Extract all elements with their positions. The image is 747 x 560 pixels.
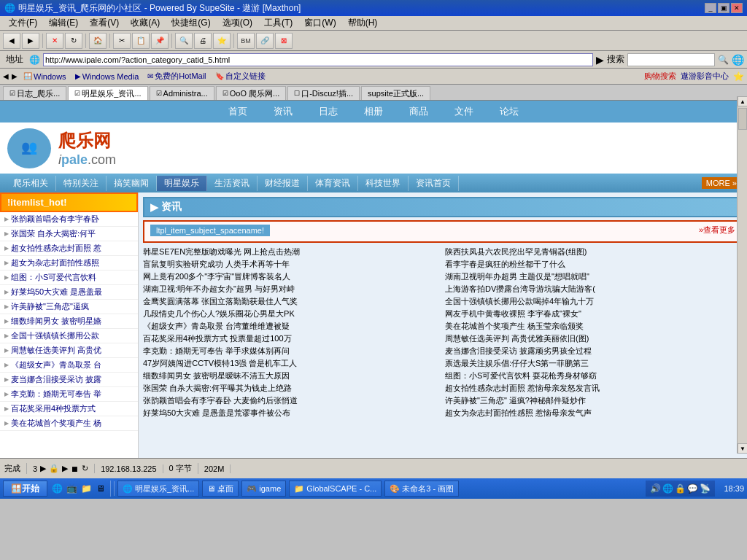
- news-left-7[interactable]: 百花奖采用4种投票方式 投票量超过100万: [143, 332, 441, 345]
- sidebar-item-11[interactable]: ▶ 麦当娜含泪接受采访 披露: [0, 373, 138, 387]
- taskbar-btn-4[interactable]: 🎨 未命名3 - 画图: [384, 481, 459, 497]
- news-right-12[interactable]: 许美静被"三角恋" 逼疯?神秘邮件疑炒作: [445, 394, 743, 407]
- catnav-3[interactable]: 明星娱乐: [157, 176, 207, 191]
- start-button[interactable]: 🪟 开始: [3, 481, 47, 497]
- address-input[interactable]: [43, 53, 593, 66]
- zoom-button[interactable]: 🔍: [175, 33, 193, 49]
- news-right-8[interactable]: 麦当娜含泪接受采访 披露顽劣男孩全过程: [445, 345, 743, 357]
- catnav-2[interactable]: 搞笑幽闻: [107, 176, 157, 191]
- sidebar-item-8[interactable]: ▶ 全国十强镇镇长挪用公款: [0, 329, 138, 343]
- news-left-5[interactable]: 几段情史几个伤心人?娱乐圈花心男星大PK: [143, 308, 441, 320]
- taskbar-btn-2[interactable]: 🎮 igame: [241, 481, 286, 497]
- menu-edit[interactable]: 编辑(E): [43, 16, 84, 30]
- ql-ie[interactable]: 🌐: [50, 482, 63, 495]
- news-right-2[interactable]: 湖南卫视明年办超男 主题仅是"想唱就唱": [445, 271, 743, 283]
- tab-5[interactable]: supsite正式版...: [361, 86, 430, 100]
- topnav-shop[interactable]: 商品: [403, 105, 434, 118]
- news-right-0[interactable]: 陕西扶凤县六农民挖出罕见青铜器(组图): [445, 246, 743, 258]
- news-right-4[interactable]: 全国十强镇镇长挪用公款喝掉4年输九十万: [445, 295, 743, 308]
- shopping-search[interactable]: 购物搜索: [644, 71, 676, 82]
- news-right-3[interactable]: 上海游客拍DV攒露台湾导游坑骗大陆游客(: [445, 283, 743, 295]
- news-right-9[interactable]: 票选最关注娱乐倡:仔仔大S第一菲鹏第三: [445, 357, 743, 370]
- news-right-6[interactable]: 美在花城首个奖项产生 杨玉莹亲临颁奖: [445, 320, 743, 332]
- news-right-11[interactable]: 超女拍性感杂志封面照 惹恼母亲发怒发言讯: [445, 382, 743, 394]
- link-windows[interactable]: 🪟 Windows: [20, 71, 69, 82]
- sidebar-item-12[interactable]: ▶ 李克勤：婚期无可奉告 举: [0, 387, 138, 402]
- topnav-diary[interactable]: 日志: [313, 105, 344, 118]
- media-center[interactable]: 遨游影音中心: [681, 71, 729, 82]
- scroll-thumb[interactable]: [738, 108, 747, 130]
- menu-help[interactable]: 帮助(H): [342, 16, 384, 30]
- copy-button[interactable]: 📋: [132, 33, 150, 49]
- news-left-6[interactable]: 《超级女声》青岛取景 台湾董维维遭被疑: [143, 320, 441, 332]
- catnav-7[interactable]: 科技世界: [358, 176, 409, 191]
- close-tab-btn[interactable]: ⊠: [275, 33, 293, 49]
- tab-2[interactable]: ☑ Administra...: [150, 86, 214, 100]
- news-left-12[interactable]: 张韵颖首唱会有李宇春卧 大麦偷约后张悄道: [143, 394, 441, 407]
- sidebar-item-13[interactable]: ▶ 百花奖采用4种投票方式: [0, 402, 138, 416]
- menu-favorites[interactable]: 收藏(A): [125, 16, 166, 30]
- topnav-news[interactable]: 资讯: [268, 105, 298, 118]
- links-arrow-right[interactable]: ▶: [12, 72, 18, 80]
- news-left-13[interactable]: 好莱坞50大灾难 是愚盖是荒谬事件被公布: [143, 407, 441, 419]
- search-input[interactable]: [627, 53, 715, 66]
- news-left-10[interactable]: 细数绯闻男女 披密明星暧昧不清五大原因: [143, 370, 441, 382]
- sidebar-item-4[interactable]: ▶ 组图：小S可爱代言饮料: [0, 271, 138, 285]
- sidebar-item-9[interactable]: ▶ 周慧敏任选美评判 高贵优: [0, 343, 138, 358]
- link-windows-media[interactable]: ▶ Windows Media: [72, 71, 142, 82]
- news-left-8[interactable]: 李克勤：婚期无可奉告 举手求媒体别再问: [143, 345, 441, 357]
- catnav-0[interactable]: 爬乐相关: [6, 176, 56, 191]
- go-button[interactable]: ▶: [596, 54, 604, 66]
- menu-quickgroups[interactable]: 快捷组(G): [166, 16, 216, 30]
- ql-media[interactable]: 📺: [65, 482, 78, 495]
- sidebar-item-2[interactable]: ▶ 超女拍性感杂志封面照 惹: [0, 241, 138, 256]
- news-left-11[interactable]: 张国荣 自杀大揭密:何平曝其为钱走上绝路: [143, 382, 441, 394]
- news-right-5[interactable]: 网友手机中黄毒收裸照 李宇春成"裸女": [445, 308, 743, 320]
- back-button[interactable]: ◀: [3, 33, 20, 49]
- catnav-1[interactable]: 特别关注: [56, 176, 107, 191]
- news-left-1[interactable]: 盲鼠复明实验研究成功 人类手术再等十年: [143, 258, 441, 271]
- cut-button[interactable]: ✂: [113, 33, 131, 49]
- menu-options[interactable]: 选项(O): [217, 16, 258, 30]
- news-left-3[interactable]: 湖南卫视:明年不办超女办"超男 与好男对峙: [143, 283, 441, 295]
- topnav-album[interactable]: 相册: [358, 105, 389, 118]
- bm-button[interactable]: BM: [237, 33, 255, 49]
- news-left-4[interactable]: 金鹰奖圆满落幕 张国立落勤勤获最佳人气奖: [143, 295, 441, 308]
- sidebar-item-1[interactable]: ▶ 张国荣 自杀大揭密:何平: [0, 227, 138, 241]
- search-icon[interactable]: 🔍: [718, 55, 729, 65]
- menu-view[interactable]: 查看(V): [84, 16, 125, 30]
- news-left-9[interactable]: 47岁阿姨闯进CCTV模特13强 曾是机车工人: [143, 357, 441, 370]
- taskbar-btn-0[interactable]: 🌐 明星娱乐_资讯...: [117, 481, 199, 497]
- tab-1[interactable]: ☑ 明星娱乐_资讯...: [68, 86, 147, 100]
- tab-4[interactable]: ☐ 口-Discuz!插...: [287, 86, 360, 100]
- sidebar-item-7[interactable]: ▶ 细数绯闻男女 披密明星嬿: [0, 314, 138, 329]
- close-button[interactable]: ✕: [731, 3, 743, 13]
- link-hotmail[interactable]: ✉ 免费的HotMail: [144, 70, 209, 82]
- minimize-button[interactable]: _: [705, 3, 716, 13]
- restore-button[interactable]: ▣: [718, 3, 729, 13]
- scroll-up-button[interactable]: ▲: [738, 96, 747, 106]
- catnav-6[interactable]: 体育资讯: [308, 176, 358, 191]
- sidebar-item-10[interactable]: ▶ 《超级女声》青岛取景 台: [0, 358, 138, 373]
- links-arrow-left[interactable]: ◀: [3, 72, 9, 80]
- taskbar-btn-1[interactable]: 🖥 桌面: [202, 481, 239, 497]
- menu-window[interactable]: 窗口(W): [298, 16, 341, 30]
- catnav-5[interactable]: 财经报道: [258, 176, 308, 191]
- sidebar-item-3[interactable]: ▶ 超女为杂志封面拍性感照: [0, 256, 138, 271]
- catnav-more[interactable]: MORE »: [702, 177, 741, 189]
- taskbar-btn-3[interactable]: 📁 GlobalSCAPE - C...: [289, 481, 382, 497]
- paste-button[interactable]: 📌: [151, 33, 169, 49]
- link-button[interactable]: 🔗: [256, 33, 274, 49]
- tab-0[interactable]: ☑ 日志_爬乐...: [3, 86, 66, 100]
- home-button[interactable]: 🏠: [89, 33, 107, 49]
- window-controls[interactable]: _ ▣ ✕: [705, 3, 743, 13]
- menu-file[interactable]: 文件(F): [3, 16, 43, 30]
- scroll-down-button[interactable]: ▼: [738, 443, 747, 454]
- news-right-7[interactable]: 周慧敏任选美评判 高贵优雅美丽依旧(图): [445, 332, 743, 345]
- news-right-1[interactable]: 看李宇春是疯狂的粉丝都干了什么: [445, 258, 743, 271]
- ql-desktop[interactable]: 🖥: [94, 482, 107, 495]
- news-right-13[interactable]: 超女为杂志封面拍性感照 惹恼母亲发气声: [445, 407, 743, 419]
- tab-3[interactable]: ☑ OoO 爬乐网...: [216, 86, 286, 100]
- forward-button[interactable]: ▶: [22, 33, 39, 49]
- catnav-4[interactable]: 生活资讯: [207, 176, 258, 191]
